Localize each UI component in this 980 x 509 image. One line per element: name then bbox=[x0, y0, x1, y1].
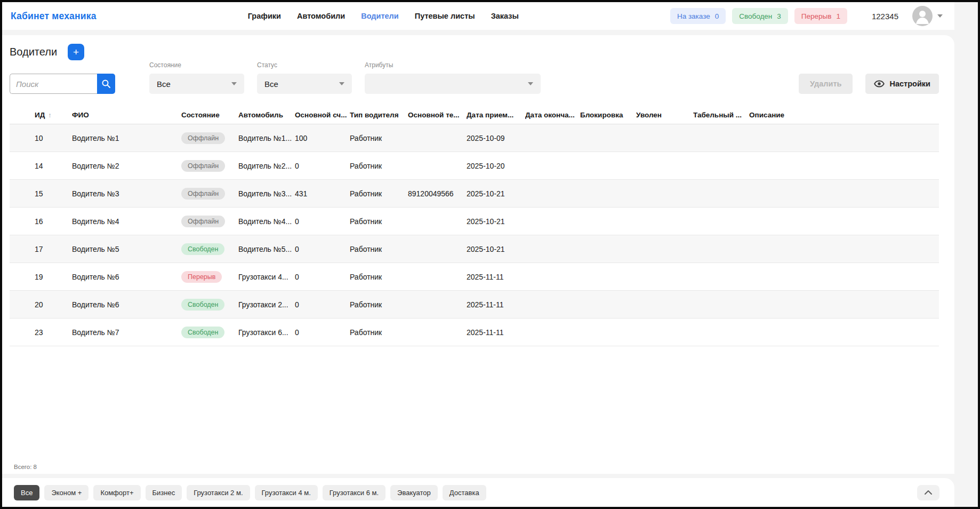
tariff-filter-bar: ВсеЭконом +Комфорт+БизнесГрузотакси 2 м.… bbox=[2, 478, 954, 507]
add-driver-button[interactable]: + bbox=[68, 44, 84, 60]
cell-type: Работник bbox=[350, 328, 408, 337]
tariff-tab[interactable]: Эконом + bbox=[44, 485, 89, 500]
state-badge: Свободен bbox=[181, 327, 224, 338]
tariff-tab[interactable]: Грузотакси 2 м. bbox=[187, 485, 250, 500]
cell-id: 15 bbox=[35, 189, 72, 198]
tariff-tab[interactable]: Доставка bbox=[443, 485, 486, 500]
scroll-to-top-button[interactable] bbox=[917, 485, 939, 500]
chevron-down-icon bbox=[231, 82, 237, 85]
controls-row: Состояние Все Статус Все Атрибуты bbox=[2, 60, 954, 94]
cell-id: 23 bbox=[35, 328, 72, 337]
page-title: Водители bbox=[10, 46, 57, 58]
tariff-tab[interactable]: Грузотакси 4 м. bbox=[255, 485, 318, 500]
column-header-fio[interactable]: ФИО bbox=[72, 111, 181, 119]
state-badge: Свободен bbox=[181, 299, 224, 311]
column-header-description[interactable]: Описание bbox=[749, 111, 939, 119]
column-header-end_date[interactable]: Дата оконча... bbox=[525, 111, 580, 119]
cell-car: Водитель №4... bbox=[238, 217, 295, 226]
settings-button-label: Настройки bbox=[889, 79, 930, 88]
cell-fio: Водитель №1 bbox=[72, 134, 181, 142]
cell-fio: Водитель №7 bbox=[72, 328, 181, 337]
cell-type: Работник bbox=[350, 245, 408, 253]
chevron-down-icon bbox=[937, 14, 943, 18]
status-select[interactable]: Все bbox=[257, 74, 352, 94]
top-bar: Кабинет механика ГрафикиАвтомобилиВодите… bbox=[2, 2, 954, 30]
tariff-tab[interactable]: Грузотакси 6 м. bbox=[323, 485, 385, 500]
nav-item[interactable]: Водители bbox=[361, 12, 399, 20]
state-select[interactable]: Все bbox=[149, 74, 244, 94]
search-group bbox=[10, 74, 115, 94]
tariff-tab[interactable]: Комфорт+ bbox=[93, 485, 140, 500]
cell-car: Водитель №5... bbox=[238, 245, 295, 253]
table-row[interactable]: 23Водитель №7СвободенГрузотакси 6...0Раб… bbox=[10, 319, 939, 346]
nav-item[interactable]: Автомобили bbox=[297, 12, 345, 20]
status-chip[interactable]: Перерыв1 bbox=[794, 8, 847, 24]
table-row[interactable]: 17Водитель №5СвободенВодитель №5...0Рабо… bbox=[10, 235, 939, 263]
cell-state: Оффлайн bbox=[181, 188, 238, 200]
cell-car: Водитель №1... bbox=[238, 134, 295, 142]
table-row[interactable]: 15Водитель №3ОффлайнВодитель №3...431Раб… bbox=[10, 180, 939, 208]
table-row[interactable]: 10Водитель №1ОффлайнВодитель №1...100Раб… bbox=[10, 124, 939, 152]
column-header-state[interactable]: Состояние bbox=[181, 111, 238, 119]
column-header-fired[interactable]: Уволен bbox=[636, 111, 693, 119]
cell-id: 19 bbox=[35, 273, 72, 281]
cell-fio: Водитель №4 bbox=[72, 217, 181, 226]
avatar bbox=[912, 6, 933, 26]
cell-fio: Водитель №6 bbox=[72, 300, 181, 309]
divider bbox=[2, 30, 978, 35]
table-row[interactable]: 16Водитель №4ОффлайнВодитель №4...0Работ… bbox=[10, 208, 939, 235]
table-row[interactable]: 19Водитель №6ПерерывГрузотакси 4...0Рабо… bbox=[10, 263, 939, 291]
user-menu-button[interactable] bbox=[912, 6, 943, 26]
attributes-select[interactable] bbox=[365, 74, 541, 94]
cell-hire_date: 2025-10-21 bbox=[467, 189, 525, 198]
app-window: Кабинет механика ГрафикиАвтомобилиВодите… bbox=[0, 0, 980, 509]
cell-type: Работник bbox=[350, 189, 408, 198]
column-header-block[interactable]: Блокировка bbox=[580, 111, 636, 119]
filter-attributes: Атрибуты bbox=[365, 61, 541, 94]
divider bbox=[2, 474, 978, 478]
column-header-id[interactable]: ИД↑ bbox=[35, 111, 72, 119]
cell-id: 17 bbox=[35, 245, 72, 253]
cell-hire_date: 2025-11-11 bbox=[467, 328, 525, 337]
nav-item[interactable]: Графики bbox=[248, 12, 281, 20]
filter-label: Атрибуты bbox=[365, 61, 541, 69]
cell-fio: Водитель №2 bbox=[72, 162, 181, 170]
sort-asc-icon: ↑ bbox=[48, 111, 52, 119]
column-header-type[interactable]: Тип водителя bbox=[350, 111, 408, 119]
nav-item[interactable]: Путевые листы bbox=[415, 12, 475, 20]
status-chip[interactable]: На заказе0 bbox=[670, 8, 726, 24]
table-row[interactable]: 20Водитель №6СвободенГрузотакси 2...0Раб… bbox=[10, 291, 939, 319]
cell-state: Свободен bbox=[181, 299, 238, 311]
app-title[interactable]: Кабинет механика bbox=[11, 11, 97, 22]
status-chip-count: 3 bbox=[777, 12, 781, 20]
cell-hire_date: 2025-11-11 bbox=[467, 273, 525, 281]
user-id: 122345 bbox=[872, 12, 898, 21]
table-row[interactable]: 14Водитель №2ОффлайнВодитель №2...0Работ… bbox=[10, 152, 939, 180]
cell-state: Оффлайн bbox=[181, 132, 238, 144]
cell-account: 431 bbox=[295, 189, 350, 198]
eye-icon bbox=[874, 78, 885, 89]
tariff-tab[interactable]: Бизнес bbox=[146, 485, 182, 500]
search-input[interactable] bbox=[10, 74, 97, 94]
cell-fio: Водитель №6 bbox=[72, 273, 181, 281]
tariff-tab[interactable]: Эвакуатор bbox=[390, 485, 438, 500]
column-header-car[interactable]: Автомобиль bbox=[238, 111, 295, 119]
cell-state: Свободен bbox=[181, 327, 238, 338]
column-header-account[interactable]: Основной сч... bbox=[295, 111, 350, 119]
state-badge: Оффлайн bbox=[181, 132, 225, 144]
cell-state: Оффлайн bbox=[181, 160, 238, 172]
tariff-tab[interactable]: Все bbox=[14, 485, 39, 500]
column-header-hire_date[interactable]: Дата прием... bbox=[467, 111, 525, 119]
state-badge: Свободен bbox=[181, 243, 224, 255]
status-chip[interactable]: Свободен3 bbox=[732, 8, 788, 24]
search-button[interactable] bbox=[97, 74, 115, 94]
cell-account: 0 bbox=[295, 300, 350, 309]
column-header-phone[interactable]: Основной те... bbox=[408, 111, 467, 119]
person-icon bbox=[912, 6, 933, 26]
table-header-row: ИД↑ФИОСостояниеАвтомобильОсновной сч...Т… bbox=[10, 106, 939, 124]
settings-button[interactable]: Настройки bbox=[865, 74, 939, 94]
nav-item[interactable]: Заказы bbox=[491, 12, 519, 20]
cell-fio: Водитель №5 bbox=[72, 245, 181, 253]
column-header-tab_number[interactable]: Табельный ... bbox=[693, 111, 749, 119]
delete-button[interactable]: Удалить bbox=[799, 74, 853, 94]
